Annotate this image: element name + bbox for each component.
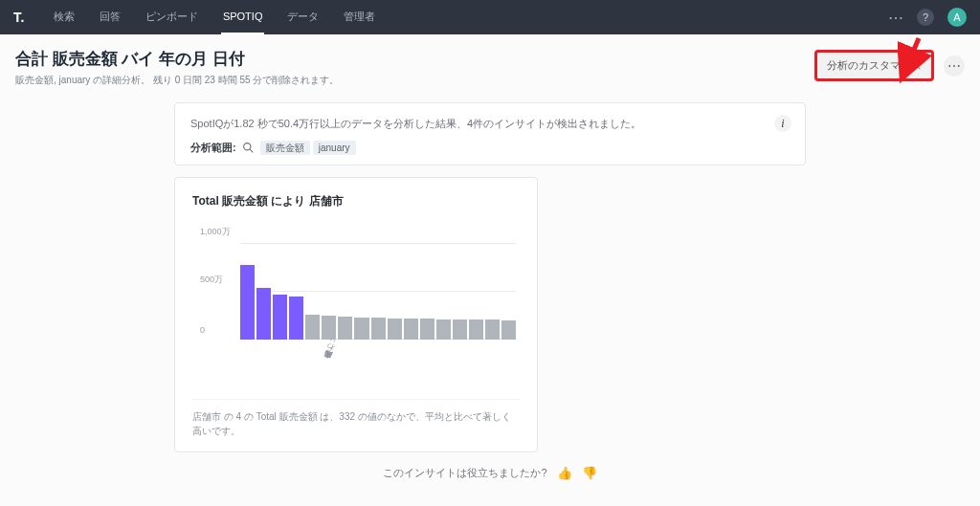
insight-title: Total 販売金額 により 店舗市 [192,193,520,209]
customize-analysis-button[interactable]: 分析のカスタマイズ [814,50,934,81]
feedback-row: このインサイトは役立ちましたか? 👍 👎 [174,466,806,480]
logo[interactable]: T. [13,10,25,25]
page-title: 合計 販売金額 バイ 年の月 日付 [15,48,814,70]
page-subtitle: 販売金額, january の詳細分析。 残り 0 日間 23 時間 55 分で… [15,74,814,87]
bar[interactable] [240,265,255,340]
bar[interactable] [485,319,500,340]
insight-card: Total 販売金額 により 店舗市 0500万1,000万和歌山県和歌山市埼玉… [174,177,538,452]
insight-chart[interactable]: 0500万1,000万和歌山県和歌山市埼玉県入間郡越生町新潟県上越市福島県二本松… [200,223,520,385]
svg-line-1 [250,149,253,152]
scope-pill[interactable]: 販売金額 [260,141,310,155]
bar[interactable] [305,315,320,340]
help-icon[interactable]: ? [917,9,934,26]
svg-point-0 [243,143,250,150]
nav-item-ピンボード[interactable]: ピンボード [144,0,200,36]
bar[interactable] [371,318,386,340]
bar[interactable] [404,319,418,340]
insight-description: 店舗市 の 4 の Total 販売金額 は、332 の値のなかで、平均と比べて… [192,399,520,438]
scope-pill[interactable]: january [313,141,356,155]
info-icon[interactable]: i [774,115,791,132]
nav-item-spotiq[interactable]: SPOTIQ [221,0,265,34]
bar[interactable] [289,297,303,340]
avatar[interactable]: A [947,8,967,27]
bar[interactable] [338,317,352,340]
bar[interactable] [388,319,402,341]
bar[interactable] [322,316,336,340]
y-tick-label: 500万 [200,274,223,286]
summary-text: SpotIQが1.82 秒で50.4万行以上のデータを分析した結果、4件のインサ… [190,117,790,131]
nav-item-検索[interactable]: 検索 [52,0,77,36]
y-tick-label: 0 [200,325,205,335]
bar[interactable] [256,288,271,340]
bar[interactable] [354,318,368,341]
analysis-summary: SpotIQが1.82 秒で50.4万行以上のデータを分析した結果、4件のインサ… [174,102,806,165]
nav-item-管理者[interactable]: 管理者 [342,0,377,36]
thumbs-down-icon[interactable]: 👎 [582,466,597,480]
nav-item-データ[interactable]: データ [285,0,321,36]
nav-item-回答[interactable]: 回答 [98,0,122,36]
bar[interactable] [273,295,287,340]
bar[interactable] [420,319,434,340]
nav-more-icon[interactable]: ⋯ [888,9,903,27]
feedback-prompt: このインサイトは役立ちましたか? [383,466,546,480]
y-tick-label: 1,000万 [200,226,231,238]
more-options-button[interactable]: ⋯ [944,55,965,77]
bar[interactable] [453,319,467,340]
thumbs-up-icon[interactable]: 👍 [557,466,572,480]
search-icon [242,142,255,154]
bar[interactable] [501,320,516,341]
scope-label: 分析範囲: [190,141,236,155]
analysis-scope: 分析範囲: 販売金額 january [190,141,790,155]
page-header: 合計 販売金額 バイ 年の月 日付 販売金額, january の詳細分析。 残… [0,34,980,93]
top-nav: T. 検索回答ピンボードSPOTIQデータ管理者 ⋯ ? A [0,0,980,34]
bar[interactable] [469,319,483,340]
bar[interactable] [436,319,451,341]
